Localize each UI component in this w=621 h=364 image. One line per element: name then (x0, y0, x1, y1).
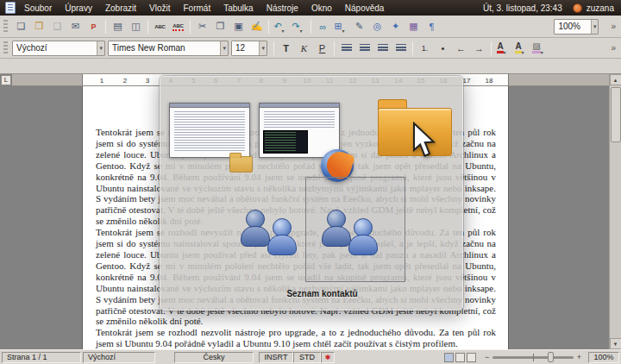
decrease-indent-button[interactable]: ← (452, 40, 470, 57)
autospellcheck-button[interactable]: ABC (169, 18, 187, 35)
toolbar-separator (334, 41, 335, 55)
bullet-list-button[interactable]: • (434, 40, 452, 57)
spellcheck-button[interactable]: ABC (151, 18, 169, 35)
gallery-button[interactable]: ▦ (405, 18, 423, 35)
numbered-list-button[interactable]: 1. (416, 40, 434, 57)
menu-edit[interactable]: Úpravy (65, 3, 92, 13)
italic-button[interactable]: K (295, 40, 313, 57)
draw-functions-button[interactable]: ✎ (350, 18, 368, 35)
chevron-down-icon[interactable]: ▾ (541, 49, 547, 57)
scroll-down-icon[interactable]: ▼ (610, 338, 621, 349)
increase-indent-button[interactable]: → (470, 40, 488, 57)
page-preview-button[interactable]: ◫ (127, 18, 145, 35)
open-button[interactable]: ❒ (30, 18, 48, 35)
font-size-combo[interactable]: 12 ▾ (231, 41, 267, 56)
menu-help[interactable]: Nápověda (345, 3, 385, 13)
ruler-mark: 18 (486, 77, 493, 85)
redo-dropdown-icon: ▾ (300, 28, 306, 35)
power-icon[interactable] (573, 3, 582, 13)
menu-view[interactable]: Zobrazit (105, 3, 136, 13)
align-left-button[interactable] (337, 40, 355, 57)
font-color-button[interactable]: A▾ (494, 40, 512, 57)
menu-window[interactable]: Okno (311, 3, 332, 13)
menu-table[interactable]: Tabulka (223, 3, 253, 13)
zoom-slider-track[interactable] (492, 356, 573, 359)
underline-button[interactable]: P (313, 40, 331, 57)
page-preview-icon: ◫ (131, 21, 140, 32)
chevron-down-icon[interactable]: ▾ (504, 49, 510, 57)
paintbrush-icon: ✍ (251, 21, 263, 32)
save-button[interactable]: ❑ (48, 18, 66, 35)
toolbar-grip[interactable] (3, 20, 8, 34)
clock[interactable]: Út, 3. listopad, 23:43 (483, 3, 562, 13)
status-zoom[interactable]: 100% (588, 352, 619, 363)
justify-button[interactable] (392, 40, 410, 57)
new-document-button[interactable]: ❏ (12, 18, 30, 35)
toolbar-grip[interactable] (3, 41, 8, 55)
align-center-icon (360, 44, 370, 52)
undo-button[interactable]: ↶▾ (272, 18, 290, 35)
toolbar-spacer (0, 59, 621, 74)
scrollbar-thumb[interactable] (611, 87, 621, 142)
chevron-down-icon[interactable]: ▾ (259, 41, 267, 55)
paste-button[interactable]: ▣ (229, 18, 248, 35)
menu-format[interactable]: Formát (184, 3, 211, 13)
font-name-combo[interactable]: Times New Roman ▾ (108, 41, 229, 56)
zoom-slider[interactable]: − + (485, 353, 581, 361)
small-folder-icon[interactable] (229, 156, 253, 173)
formatting-marks-button[interactable]: ¶ (423, 18, 441, 35)
font-name-value: Times New Roman (112, 43, 217, 53)
open-folder-icon: ❒ (35, 21, 44, 32)
chevron-down-icon[interactable]: ▾ (522, 49, 528, 57)
redo-button[interactable]: ↷▾ (290, 18, 308, 35)
menu-tools[interactable]: Nástroje (267, 3, 298, 13)
status-language[interactable]: Česky (174, 352, 254, 363)
copy-button[interactable]: ❐ (211, 18, 229, 35)
chevron-down-icon[interactable]: ▾ (97, 41, 104, 55)
status-page[interactable]: Strana 1 / 1 (2, 352, 81, 363)
print-button[interactable]: ▤ (109, 18, 127, 35)
status-insert-mode[interactable]: INSRT (259, 352, 293, 363)
toolbar-overflow-icon[interactable]: » (611, 43, 616, 53)
copy-icon: ❐ (216, 21, 225, 32)
zoom-in-icon[interactable]: + (577, 353, 581, 361)
tab-stop-selector[interactable]: L (1, 75, 11, 85)
browser-window-thumbnail[interactable] (259, 103, 340, 158)
document-modified-icon[interactable]: ✱ (321, 352, 335, 363)
contacts-icon[interactable] (240, 208, 302, 268)
status-selection-mode[interactable]: STD (293, 352, 321, 363)
align-right-button[interactable] (373, 40, 392, 57)
zoom-slider-thumb[interactable] (548, 352, 554, 362)
menu-insert[interactable]: Vložit (149, 3, 170, 13)
hyperlink-button[interactable]: ∞ (314, 18, 332, 35)
chevron-down-icon[interactable]: ▾ (220, 41, 228, 55)
status-page-style[interactable]: Výchozí (83, 352, 155, 363)
scroll-up-icon[interactable]: ▲ (610, 74, 621, 85)
single-page-view-icon[interactable] (444, 353, 454, 362)
document-window-thumbnail[interactable] (169, 103, 250, 158)
clone-formatting-button[interactable]: ✍ (248, 18, 266, 35)
zoom-combo[interactable]: 100% ▾ (554, 19, 599, 35)
book-view-icon[interactable] (467, 353, 476, 362)
writer-app-icon[interactable] (5, 2, 16, 14)
multi-page-view-icon[interactable] (455, 353, 465, 362)
chevron-down-icon[interactable]: ▾ (591, 20, 599, 34)
highlight-color-button[interactable]: A▾ (512, 40, 530, 57)
find-replace-button[interactable]: ◎ (368, 18, 386, 35)
pilcrow-icon: ¶ (430, 22, 435, 32)
menu-file[interactable]: Soubor (24, 3, 52, 13)
paragraph-style-combo[interactable]: Výchozí ▾ (12, 41, 105, 56)
zoom-out-icon[interactable]: − (485, 353, 489, 361)
align-center-button[interactable] (355, 40, 373, 57)
navigator-button[interactable]: ✦ (386, 18, 405, 35)
export-pdf-button[interactable]: P (85, 18, 103, 35)
toolbar-overflow-icon[interactable]: » (611, 22, 616, 31)
contacts-icon[interactable] (321, 208, 383, 268)
background-color-button[interactable]: ▨▾ (530, 40, 549, 57)
vertical-scrollbar[interactable]: ▲ ▼ (609, 74, 621, 349)
insert-table-button[interactable]: ⊞▾ (332, 18, 350, 35)
bold-button[interactable]: T (277, 40, 295, 57)
email-document-button[interactable]: ✉ (66, 18, 85, 35)
cut-button[interactable]: ✂ (193, 18, 211, 35)
user-menu[interactable]: zuzana (586, 3, 614, 13)
